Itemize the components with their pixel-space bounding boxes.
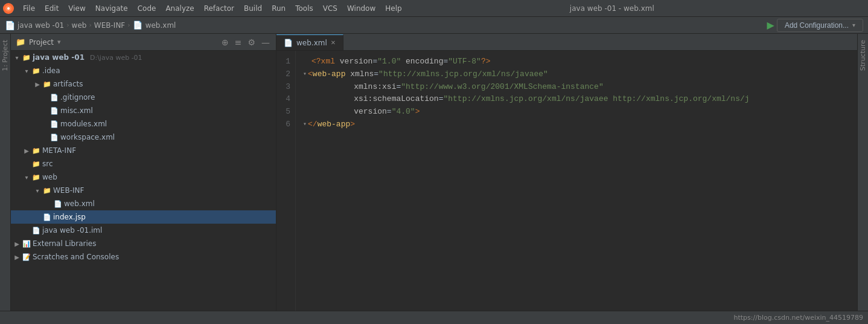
tree-arrow-meta: ▶ bbox=[23, 147, 30, 154]
add-configuration-button[interactable]: Add Configuration... ▾ bbox=[777, 19, 863, 32]
menu-edit[interactable]: Edit bbox=[40, 2, 63, 15]
menu-file[interactable]: File bbox=[18, 2, 40, 15]
breadcrumb-project[interactable]: java web -01 bbox=[18, 21, 64, 30]
editor-tab-webxml[interactable]: 📄 web.xml ✕ bbox=[276, 34, 343, 50]
window-title: java web -01 - web.xml bbox=[359, 4, 866, 13]
structure-label: Structure bbox=[859, 40, 867, 71]
menu-vcs[interactable]: VCS bbox=[318, 2, 342, 15]
tree-item-ext-libs[interactable]: ▶ 📊 External Libraries bbox=[11, 237, 276, 250]
tree-item-idea[interactable]: ▾ 📁 .idea bbox=[11, 64, 276, 77]
extlibs-icon: 📊 bbox=[22, 239, 31, 248]
status-url: https://blog.csdn.net/weixin_44519789 bbox=[733, 314, 863, 322]
tree-arrow-artifacts: ▶ bbox=[34, 81, 41, 88]
tree-item-artifacts[interactable]: ▶ 📁 artifacts bbox=[11, 77, 276, 91]
fold-arrow-6[interactable]: ▾ bbox=[303, 120, 307, 129]
tree-arrow-scratches: ▶ bbox=[13, 254, 21, 261]
project-sidebar-tab[interactable]: 1: Project bbox=[0, 34, 11, 311]
tree-arrow-web: ▾ bbox=[23, 174, 30, 181]
breadcrumb-sep-1: › bbox=[66, 21, 69, 29]
svg-point-2 bbox=[7, 7, 10, 10]
idea-folder-icon: 📁 bbox=[32, 66, 40, 75]
menu-navigate[interactable]: Navigate bbox=[91, 2, 133, 15]
meta-inf-icon: 📁 bbox=[32, 146, 40, 155]
structure-sidebar-tab[interactable]: Structure bbox=[857, 34, 868, 311]
tree-item-iml[interactable]: 📄 java web -01.iml bbox=[11, 224, 276, 237]
tree-arrow-webinf: ▾ bbox=[34, 187, 41, 194]
run-arrow-icon: ▶ bbox=[767, 19, 774, 31]
editor-area: 📄 web.xml ✕ 1 2 3 4 5 6 <?xml version="1… bbox=[276, 34, 857, 311]
iml-file-icon: 📄 bbox=[32, 226, 40, 235]
project-icon: 📁 bbox=[22, 53, 31, 62]
tree-item-webinf[interactable]: ▾ 📁 WEB-INF bbox=[11, 184, 276, 197]
app-logo-icon bbox=[2, 2, 14, 15]
webxml-file-icon: 📄 bbox=[54, 199, 62, 208]
menu-code[interactable]: Code bbox=[133, 2, 161, 15]
project-sidebar-label: 1: Project bbox=[1, 40, 9, 71]
panel-minimize-btn[interactable]: — bbox=[260, 36, 271, 48]
breadcrumb-web[interactable]: web bbox=[72, 21, 87, 30]
menu-help[interactable]: Help bbox=[380, 2, 406, 15]
line-numbers: 1 2 3 4 5 6 bbox=[276, 51, 296, 311]
menu-analyze[interactable]: Analyze bbox=[161, 2, 199, 15]
breadcrumb-bar: 📄 java web -01 › web › WEB-INF › 📄 web.x… bbox=[0, 17, 868, 34]
webinf-folder-icon: 📁 bbox=[43, 186, 51, 195]
project-tree: ▾ 📁 java web -01 D:\java web -01 ▾ 📁 .id… bbox=[11, 51, 276, 311]
menu-run[interactable]: Run bbox=[267, 2, 290, 15]
line-num-4: 4 bbox=[279, 93, 290, 106]
breadcrumb-webinf[interactable]: WEB-INF bbox=[94, 21, 125, 30]
code-line-1: <?xml version="1.0" encoding="UTF-8"?> bbox=[303, 56, 852, 68]
panel-title: Project bbox=[29, 38, 54, 47]
code-line-6: ▾ </web-app> bbox=[303, 118, 852, 131]
panel-collapse-btn[interactable]: ≡ bbox=[234, 36, 243, 48]
src-folder-icon: 📁 bbox=[32, 160, 40, 168]
panel-header: 📁 Project ▾ ⊕ ≡ ⚙ — bbox=[11, 34, 276, 51]
tree-item-modules[interactable]: 📄 modules.xml bbox=[11, 117, 276, 131]
menu-tools[interactable]: Tools bbox=[290, 2, 318, 15]
panel-folder-icon: 📁 bbox=[16, 37, 25, 47]
code-line-2: ▾ <web-app xmlns="http://xmlns.jcp.org/x… bbox=[303, 68, 852, 81]
code-line-3: xmlns:xsi="http://www.w3.org/2001/XMLSch… bbox=[303, 81, 852, 94]
tree-item-indexjsp[interactable]: 📄 index.jsp bbox=[11, 210, 276, 224]
panel-add-btn[interactable]: ⊕ bbox=[220, 36, 230, 48]
scratches-icon: 📝 bbox=[22, 253, 31, 261]
editor-content: 1 2 3 4 5 6 <?xml version="1.0" encoding… bbox=[276, 51, 857, 311]
workspace-xml-icon: 📄 bbox=[50, 133, 59, 141]
panel-settings-btn[interactable]: ⚙ bbox=[246, 36, 257, 48]
breadcrumb-webxml[interactable]: 📄 web.xml bbox=[133, 21, 176, 30]
tree-item-project-root[interactable]: ▾ 📁 java web -01 D:\java web -01 bbox=[11, 51, 276, 64]
menu-build[interactable]: Build bbox=[239, 2, 267, 15]
tree-item-webxml[interactable]: 📄 web.xml bbox=[11, 197, 276, 210]
misc-xml-icon: 📄 bbox=[50, 106, 59, 115]
menu-refactor[interactable]: Refactor bbox=[199, 2, 239, 15]
gitignore-icon: 📄 bbox=[50, 93, 59, 102]
line-num-1: 1 bbox=[279, 56, 290, 68]
tree-item-workspace[interactable]: 📄 workspace.xml bbox=[11, 131, 276, 144]
breadcrumb-sep-2: › bbox=[89, 21, 91, 29]
status-bar: https://blog.csdn.net/weixin_44519789 bbox=[0, 311, 868, 324]
tree-item-gitignore[interactable]: 📄 .gitignore bbox=[11, 91, 276, 104]
menu-view[interactable]: View bbox=[63, 2, 90, 15]
tree-item-scratches[interactable]: ▶ 📝 Scratches and Consoles bbox=[11, 250, 276, 264]
fold-arrow-2[interactable]: ▾ bbox=[303, 70, 307, 79]
add-config-dropdown-icon: ▾ bbox=[852, 22, 855, 28]
indexjsp-file-icon: 📄 bbox=[43, 213, 51, 221]
tree-item-web[interactable]: ▾ 📁 web bbox=[11, 170, 276, 184]
tree-item-meta-inf[interactable]: ▶ 📁 META-INF bbox=[11, 144, 276, 157]
tree-arrow-project: ▾ bbox=[13, 54, 21, 61]
tree-item-misc[interactable]: 📄 misc.xml bbox=[11, 104, 276, 117]
modules-xml-icon: 📄 bbox=[50, 120, 59, 128]
menu-window[interactable]: Window bbox=[342, 2, 380, 15]
code-line-4: xsi:schemaLocation="http://xmlns.jcp.org… bbox=[303, 93, 852, 106]
code-editor[interactable]: <?xml version="1.0" encoding="UTF-8"?> ▾… bbox=[296, 51, 857, 311]
panel-dropdown-icon[interactable]: ▾ bbox=[57, 38, 61, 46]
code-line-5: version="4.0"> bbox=[303, 106, 852, 118]
line-num-3: 3 bbox=[279, 81, 290, 94]
panel-actions: ⊕ ≡ ⚙ — bbox=[220, 36, 271, 48]
tree-item-src[interactable]: 📁 src bbox=[11, 157, 276, 170]
project-panel: 📁 Project ▾ ⊕ ≡ ⚙ — ▾ 📁 java web -01 D:\… bbox=[11, 34, 276, 311]
tab-close-btn[interactable]: ✕ bbox=[331, 39, 336, 46]
artifacts-folder-icon: 📁 bbox=[43, 80, 51, 88]
web-folder-icon: 📁 bbox=[32, 173, 40, 181]
tree-arrow-idea: ▾ bbox=[23, 68, 30, 74]
breadcrumb-sep-3: › bbox=[127, 21, 130, 29]
